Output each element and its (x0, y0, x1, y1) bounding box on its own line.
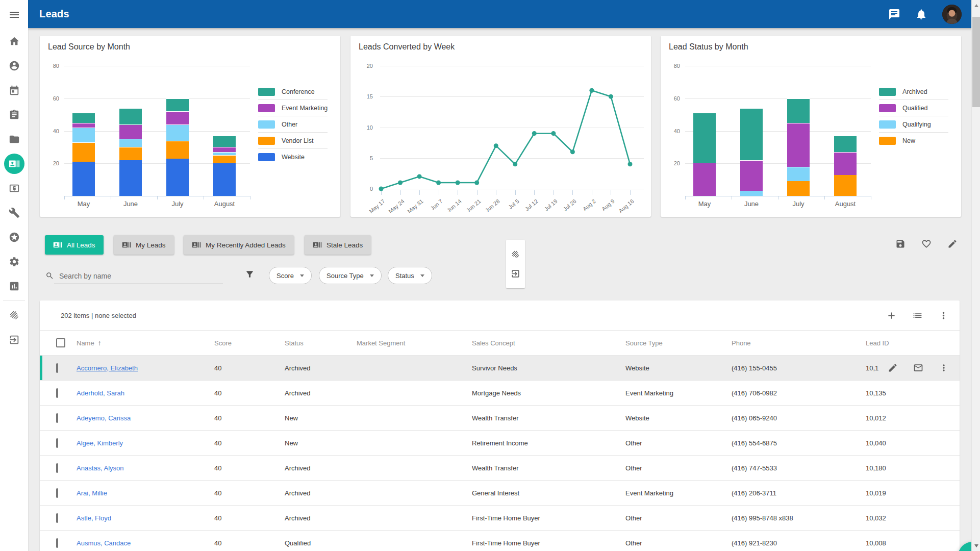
lead-name-link[interactable]: Anastas, Alyson (77, 464, 124, 472)
chart-title: Lead Status by Month (669, 42, 748, 52)
column-header-sales-concept[interactable]: Sales Concept (472, 339, 625, 347)
view-all-leads-button[interactable]: All Leads (45, 235, 104, 255)
table-row[interactable]: Algee, Kimberly40NewRetirement IncomeOth… (40, 430, 960, 455)
search-input[interactable] (54, 269, 223, 284)
row-checkbox[interactable] (56, 538, 58, 548)
cell-status: Archived (285, 364, 357, 372)
y-axis-tick: 80 (42, 63, 59, 69)
x-axis-tick (439, 190, 439, 195)
table-more-button[interactable] (938, 310, 949, 321)
table-row[interactable]: Accornero, Elizabeth40ArchivedSurvivor N… (40, 355, 960, 380)
legend-label: Event Marketing (282, 105, 328, 112)
menu-icon[interactable] (0, 8, 28, 21)
table-row[interactable]: Arai, Millie40ArchivedGeneral InterestEv… (40, 480, 960, 505)
lead-name-link[interactable]: Arai, Millie (77, 489, 107, 497)
row-checkbox[interactable] (56, 413, 58, 423)
column-header-source-type[interactable]: Source Type (625, 339, 732, 347)
scrollbar-thumb[interactable] (972, 17, 980, 107)
view-stale-leads-button[interactable]: Stale Leads (305, 235, 371, 255)
cell-source-type: Other (625, 439, 732, 447)
add-icon (886, 310, 897, 321)
scroll-down-arrow[interactable] (972, 541, 980, 550)
sidebar-item-billing[interactable] (0, 176, 28, 201)
cell-lead-id: 10,012 (866, 414, 886, 422)
sidebar-item-home[interactable] (0, 29, 28, 54)
sidebar-item-tags[interactable] (0, 303, 28, 328)
sidebar-item-favorites[interactable] (0, 225, 28, 249)
scroll-up-arrow[interactable] (972, 1, 980, 10)
row-mail-button[interactable] (913, 363, 923, 373)
table-row[interactable]: Ausmus, Candace40QualifiedFirst-Time Hom… (40, 530, 960, 551)
lead-name-link[interactable]: Accornero, Elizabeth (77, 364, 138, 372)
table-row[interactable]: Astle, Floyd40ArchivedFirst-Time Home Bu… (40, 505, 960, 530)
leads-table: 202 items | none selected Name ↑ScoreSta… (40, 300, 960, 551)
source-type-filter-dropdown[interactable]: Source Type (319, 267, 382, 284)
lead-name-link[interactable]: Ausmus, Candace (77, 539, 131, 547)
edit-view-button[interactable] (947, 239, 958, 249)
lead-name-link[interactable]: Adeyemo, Carissa (77, 414, 131, 422)
row-more-button[interactable] (939, 363, 949, 373)
user-avatar[interactable] (942, 5, 962, 24)
legend-swatch (258, 153, 275, 161)
column-header-status[interactable]: Status (285, 339, 357, 347)
table-row[interactable]: Anastas, Alyson40ArchivedWealth Transfer… (40, 455, 960, 480)
page-scrollbar[interactable] (971, 0, 980, 551)
add-lead-fab[interactable] (958, 542, 971, 551)
list-view-button[interactable] (912, 310, 923, 321)
column-header-score[interactable]: Score (214, 339, 285, 347)
row-checkbox[interactable] (56, 513, 58, 523)
legend-label: Website (282, 154, 305, 161)
column-header-name[interactable]: Name ↑ (77, 339, 214, 347)
lead-name-link[interactable]: Astle, Floyd (77, 514, 111, 522)
notifications-icon[interactable] (915, 8, 927, 20)
row-checkbox[interactable] (56, 463, 58, 473)
row-checkbox[interactable] (56, 488, 58, 498)
table-row[interactable]: Aderhold, Sarah40ArchivedMortgage NeedsE… (40, 380, 960, 405)
favorite-view-button[interactable] (921, 239, 932, 249)
chevron-down-icon (370, 274, 374, 277)
add-lead-button[interactable] (886, 310, 897, 321)
status-filter-dropdown[interactable]: Status (388, 267, 432, 284)
column-header-market-segment[interactable]: Market Segment (357, 339, 472, 347)
cell-source-type: Other (625, 539, 732, 547)
sidebar-item-profile[interactable] (0, 54, 28, 78)
view-recently-added-leads-button[interactable]: My Recently Added Leads (184, 235, 294, 255)
sidebar-item-reports[interactable] (0, 274, 28, 298)
cell-status: New (285, 414, 357, 422)
sidebar-item-exit[interactable] (0, 328, 28, 352)
legend-swatch (879, 104, 896, 112)
tags-panel-icon[interactable] (511, 249, 520, 259)
x-axis-tick (458, 190, 458, 195)
cell-source-type: Website (625, 414, 732, 422)
import-panel-icon[interactable] (511, 269, 520, 279)
row-checkbox[interactable] (56, 438, 58, 448)
table-row[interactable]: Adeyemo, Carissa40NewWealth TransferWebs… (40, 405, 960, 430)
lead-name-link[interactable]: Aderhold, Sarah (77, 389, 124, 397)
chat-icon[interactable] (888, 8, 900, 20)
sidebar-item-tools[interactable] (0, 201, 28, 225)
row-edit-button[interactable] (888, 363, 898, 373)
sidebar-item-settings[interactable] (0, 249, 28, 274)
x-axis-label: June (731, 200, 772, 208)
sidebar-item-leads[interactable] (0, 152, 28, 176)
cell-sales-concept: Wealth Transfer (472, 464, 625, 472)
dropdown-label: Score (277, 272, 294, 280)
select-all-checkbox[interactable] (56, 338, 65, 347)
sidebar-item-tasks[interactable] (0, 103, 28, 127)
sidebar-item-files[interactable] (0, 127, 28, 152)
column-header-lead-id[interactable]: Lead ID (866, 339, 960, 347)
view-my-leads-button[interactable]: My Leads (114, 235, 174, 255)
column-header-phone[interactable]: Phone (732, 339, 866, 347)
row-checkbox[interactable] (56, 363, 58, 373)
sidebar-item-calendar[interactable] (0, 78, 28, 103)
lead-name-link[interactable]: Algee, Kimberly (77, 439, 123, 447)
filter-funnel-icon[interactable] (245, 269, 255, 279)
bar-segment-vendor-list (166, 141, 189, 159)
view-button-label: Stale Leads (326, 241, 363, 249)
bar-segment-archived (693, 113, 716, 163)
x-axis-tick (157, 196, 158, 199)
row-checkbox[interactable] (56, 388, 58, 398)
score-filter-dropdown[interactable]: Score (269, 267, 312, 284)
save-view-button[interactable] (895, 239, 906, 249)
chevron-down-icon (420, 274, 424, 277)
